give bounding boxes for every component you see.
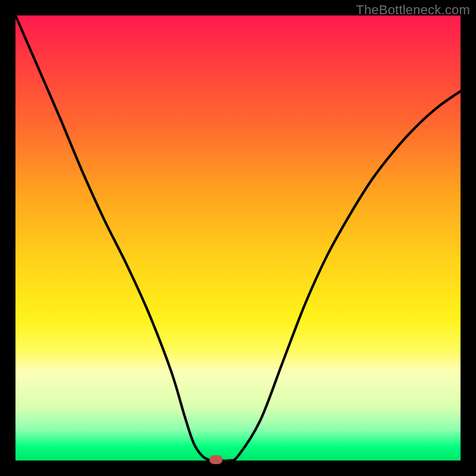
plot-area [15,15,461,461]
bottleneck-curve [15,15,461,461]
chart-frame: TheBottleneck.com [0,0,476,476]
optimal-point-marker [209,455,223,464]
